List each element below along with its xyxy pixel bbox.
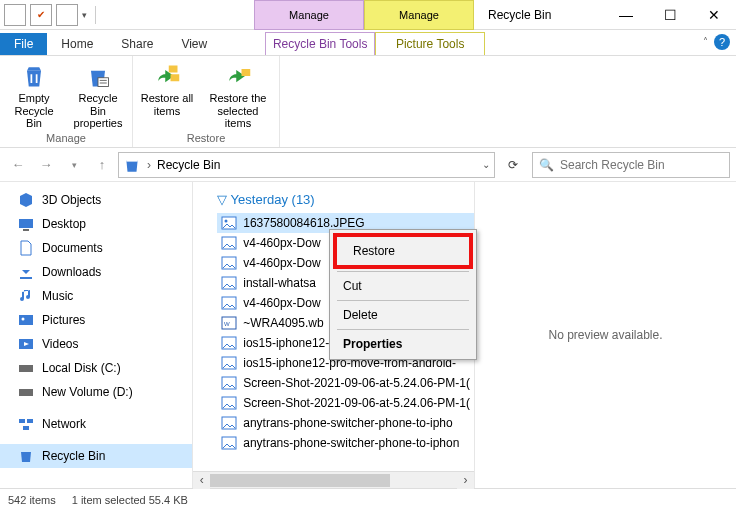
svg-point-15 xyxy=(225,220,228,223)
file-name: install-whatsa xyxy=(243,276,316,290)
restore-all-button[interactable]: Restore all items xyxy=(139,60,195,117)
context-menu-delete[interactable]: Delete xyxy=(333,303,473,327)
sidebar-item-3d-objects[interactable]: 3D Objects xyxy=(0,188,192,212)
scroll-right-icon[interactable]: › xyxy=(457,472,474,489)
back-button[interactable]: ← xyxy=(6,153,30,177)
qat-button-3[interactable] xyxy=(56,4,78,26)
address-bar[interactable]: › Recycle Bin ⌄ xyxy=(118,152,495,178)
maximize-button[interactable]: ☐ xyxy=(648,0,692,30)
tab-file[interactable]: File xyxy=(0,33,47,55)
svg-rect-5 xyxy=(23,229,29,231)
preview-message: No preview available. xyxy=(548,328,662,342)
file-row[interactable]: Screen-Shot-2021-09-06-at-5.24.06-PM-1( xyxy=(217,373,474,393)
scroll-thumb[interactable] xyxy=(210,474,390,487)
address-row: ← → ▾ ↑ › Recycle Bin ⌄ ⟳ 🔍 xyxy=(0,148,736,182)
scroll-left-icon[interactable]: ‹ xyxy=(193,472,210,489)
tab-recyclebin-tools[interactable]: Recycle Bin Tools xyxy=(265,32,375,55)
file-row[interactable]: Screen-Shot-2021-09-06-at-5.24.06-PM-1( xyxy=(217,393,474,413)
recent-dropdown[interactable]: ▾ xyxy=(62,153,86,177)
breadcrumb[interactable]: Recycle Bin xyxy=(157,158,220,172)
file-name: v4-460px-Dow xyxy=(243,296,320,310)
menu-tabs: File Home Share View Recycle Bin Tools P… xyxy=(0,30,736,56)
window-title: Recycle Bin xyxy=(474,0,604,29)
svg-rect-10 xyxy=(19,389,33,396)
file-name: ~WRA4095.wb xyxy=(243,316,323,330)
search-box[interactable]: 🔍 xyxy=(532,152,730,178)
window-controls: — ☐ ✕ xyxy=(604,0,736,29)
file-name: Screen-Shot-2021-09-06-at-5.24.06-PM-1( xyxy=(243,376,470,390)
up-button[interactable]: ↑ xyxy=(90,153,114,177)
file-name: v4-460px-Dow xyxy=(243,256,320,270)
tab-view[interactable]: View xyxy=(167,33,221,55)
forward-button[interactable]: → xyxy=(34,153,58,177)
btn-label: Restore all items xyxy=(139,92,195,117)
search-input[interactable] xyxy=(560,158,723,172)
ctx-tab-label: Manage xyxy=(289,9,329,21)
context-menu-restore[interactable]: Restore xyxy=(343,239,463,263)
address-dropdown-icon[interactable]: ⌄ xyxy=(482,159,490,170)
sidebar-item-recycle-bin[interactable]: Recycle Bin xyxy=(0,444,192,468)
minimize-button[interactable]: — xyxy=(604,0,648,30)
sidebar-item-downloads[interactable]: Downloads xyxy=(0,260,192,284)
context-menu-separator xyxy=(337,271,469,272)
file-name: 1637580084618.JPEG xyxy=(243,216,364,230)
restore-selected-button[interactable]: Restore the selected items xyxy=(203,60,273,130)
file-name: v4-460px-Dow xyxy=(243,236,320,250)
contextual-tab-picture[interactable]: Manage xyxy=(364,0,474,30)
sidebar-item-new-volume-d[interactable]: New Volume (D:) xyxy=(0,380,192,404)
titlebar: ▾ Manage Manage Recycle Bin — ☐ ✕ xyxy=(0,0,736,30)
svg-rect-9 xyxy=(19,365,33,372)
sidebar[interactable]: 3D Objects Desktop Documents Downloads M… xyxy=(0,182,193,488)
sidebar-item-desktop[interactable]: Desktop xyxy=(0,212,192,236)
file-row[interactable]: anytrans-phone-switcher-phone-to-iphon xyxy=(217,433,474,453)
sidebar-item-label: Documents xyxy=(42,241,103,255)
sidebar-item-pictures[interactable]: Pictures xyxy=(0,308,192,332)
status-item-count: 542 items xyxy=(8,494,56,506)
svg-rect-11 xyxy=(19,419,25,423)
svg-rect-6 xyxy=(19,315,33,325)
qat-button-1[interactable] xyxy=(4,4,26,26)
tab-home[interactable]: Home xyxy=(47,33,107,55)
tab-share[interactable]: Share xyxy=(107,33,167,55)
qat-button-checked[interactable] xyxy=(30,4,52,26)
qat-dropdown-icon[interactable]: ▾ xyxy=(82,10,87,20)
svg-text:W: W xyxy=(224,321,230,327)
ribbon-group-restore: Restore all items Restore the selected i… xyxy=(133,56,280,147)
sidebar-item-music[interactable]: Music xyxy=(0,284,192,308)
group-header[interactable]: ▽ Yesterday (13) xyxy=(217,186,474,213)
refresh-button[interactable]: ⟳ xyxy=(498,152,528,178)
ctx-tab-label: Manage xyxy=(399,9,439,21)
group-label: Restore xyxy=(187,131,226,145)
sidebar-item-local-disk-c[interactable]: Local Disk (C:) xyxy=(0,356,192,380)
search-icon: 🔍 xyxy=(539,158,554,172)
svg-rect-4 xyxy=(19,219,33,228)
sidebar-item-label: 3D Objects xyxy=(42,193,101,207)
group-header-label: Yesterday (13) xyxy=(231,192,315,207)
context-menu-properties[interactable]: Properties xyxy=(333,332,473,356)
sidebar-item-label: Pictures xyxy=(42,313,85,327)
context-menu: Restore Cut Delete Properties xyxy=(329,229,477,360)
context-menu-separator xyxy=(337,300,469,301)
horizontal-scrollbar[interactable]: ‹ › xyxy=(193,471,474,488)
context-menu-cut[interactable]: Cut xyxy=(333,274,473,298)
svg-point-7 xyxy=(22,318,25,321)
ribbon-group-manage: Empty Recycle Bin Recycle Bin properties… xyxy=(0,56,133,147)
sidebar-item-label: New Volume (D:) xyxy=(42,385,133,399)
context-menu-restore-highlight: Restore xyxy=(333,233,473,269)
tab-picture-tools[interactable]: Picture Tools xyxy=(375,32,485,55)
contextual-tabs: Manage Manage xyxy=(254,0,474,30)
btn-label: Recycle Bin properties xyxy=(70,92,126,130)
help-icon[interactable]: ? xyxy=(714,34,730,50)
breadcrumb-sep: › xyxy=(147,158,151,172)
scroll-track[interactable] xyxy=(210,472,457,489)
empty-recycle-bin-button[interactable]: Empty Recycle Bin xyxy=(6,60,62,130)
sidebar-item-network[interactable]: Network xyxy=(0,412,192,436)
close-button[interactable]: ✕ xyxy=(692,0,736,30)
group-label: Manage xyxy=(46,131,86,145)
sidebar-item-documents[interactable]: Documents xyxy=(0,236,192,260)
recycle-bin-properties-button[interactable]: Recycle Bin properties xyxy=(70,60,126,130)
file-row[interactable]: anytrans-phone-switcher-phone-to-ipho xyxy=(217,413,474,433)
sidebar-item-videos[interactable]: Videos xyxy=(0,332,192,356)
ribbon-collapse-icon[interactable]: ˄ xyxy=(703,36,708,47)
contextual-tab-recyclebin[interactable]: Manage xyxy=(254,0,364,30)
